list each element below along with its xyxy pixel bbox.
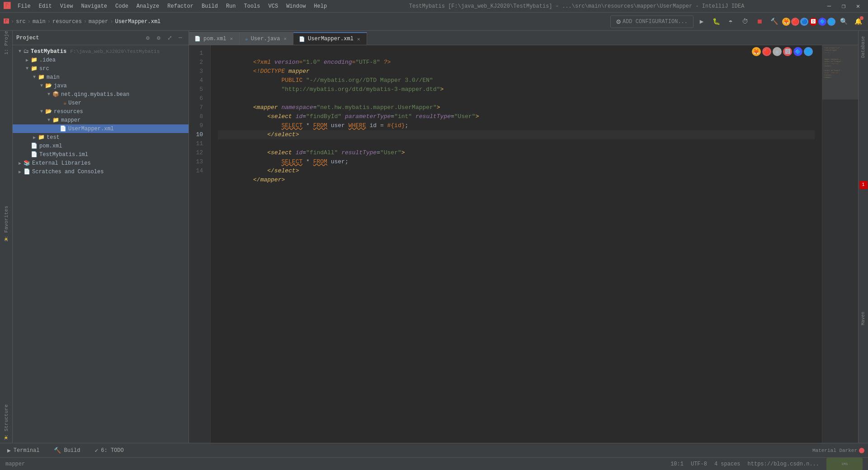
minimap[interactable]: <?xml version="1.0"... <!DOCTYPE mapper …	[822, 45, 858, 443]
tab-usermapper-xml[interactable]: 📄 UserMapper.xml ✕	[293, 32, 367, 45]
add-configuration-button[interactable]: ⚙ ADD CONFIGURATION...	[610, 15, 693, 28]
breadcrumb-main[interactable]: main	[33, 19, 46, 25]
database-tab[interactable]: Database	[860, 34, 867, 60]
coverage-button[interactable]: ☂	[724, 15, 737, 28]
tree-item-usermapper-xml[interactable]: ▶ 📄 UserMapper.xml	[13, 124, 189, 133]
menu-view[interactable]: View	[57, 2, 77, 10]
status-position[interactable]: 10:1	[670, 461, 684, 467]
browser-toolbar-icons: 🦊 🔴 ◉ 🅾 🔷 🌐	[752, 47, 813, 56]
tab-pom-xml[interactable]: 📄 pom.xml ✕	[189, 32, 240, 45]
favorites-panel-button[interactable]: 2: Favorites	[1, 218, 12, 229]
editor-firefox-icon[interactable]: 🦊	[752, 47, 761, 56]
browser-edge[interactable]: 🔷	[818, 18, 826, 26]
menu-vcs[interactable]: VCS	[265, 2, 282, 10]
tree-item-src[interactable]: ▼ 📁 src	[13, 64, 189, 73]
tree-item-main[interactable]: ▼ 📁 main	[13, 73, 189, 81]
menu-run[interactable]: Run	[222, 2, 240, 10]
minimap-content: <?xml version="1.0"... <!DOCTYPE mapper …	[822, 45, 858, 443]
maven-tab[interactable]: Maven	[860, 310, 867, 327]
terminal-tab[interactable]: ▶ Terminal	[4, 445, 43, 456]
menu-analyze[interactable]: Analyze	[133, 2, 163, 10]
build-tab[interactable]: 🔨 Build	[50, 445, 84, 456]
browser-opera[interactable]: 🅾	[809, 18, 817, 26]
editor-opera-icon[interactable]: 🅾	[783, 47, 792, 56]
breadcrumb-src[interactable]: src	[16, 19, 26, 25]
menu-build[interactable]: Build	[198, 2, 222, 10]
notifications-button[interactable]: 🔔	[852, 15, 864, 28]
tree-item-user-java[interactable]: ▶ ☕ User	[13, 99, 189, 107]
tree-item-scratches[interactable]: ▶ 📄 Scratches and Consoles	[13, 167, 189, 176]
gear-icon[interactable]: ⚙	[154, 33, 163, 43]
editor-ie-icon[interactable]: 🌐	[804, 47, 813, 56]
tree-item-resources[interactable]: ▼ 📂 resources	[13, 107, 189, 116]
menu-tools[interactable]: Tools	[241, 2, 264, 10]
close-button[interactable]: ✕	[852, 2, 864, 11]
rt2-space	[338, 149, 341, 156]
build-button[interactable]: 🔨	[768, 15, 780, 28]
editor-edge-icon[interactable]: 🔷	[793, 47, 802, 56]
folder-icon-testmybatis: 🗂	[24, 48, 29, 55]
menu-edit[interactable]: Edit	[35, 2, 56, 10]
tree-item-package[interactable]: ▼ 📦 net.qing.mybatis.bean	[13, 90, 189, 99]
browser-ie[interactable]: 🌐	[827, 18, 835, 26]
editor-chrome-icon[interactable]: 🔴	[762, 47, 771, 56]
status-path[interactable]: mapper	[5, 461, 25, 467]
debug-button[interactable]: 🐛	[710, 15, 722, 28]
branch-status[interactable]: Material Darker	[812, 448, 857, 453]
tree-item-java[interactable]: ▼ 📂 java	[13, 81, 189, 90]
browser-chrome[interactable]: 🔴	[791, 18, 799, 26]
toolbar: 🅿 › src › main › resources › mapper › Us…	[0, 13, 868, 31]
tree-item-idea[interactable]: ▶ 📁 .idea	[13, 56, 189, 64]
browser-icons: 🦊 🔴 🔵 🅾 🔷 🌐	[782, 18, 835, 26]
menu-help[interactable]: Help	[310, 2, 330, 10]
browser-safari[interactable]: 🔵	[800, 18, 808, 26]
breadcrumb-mapper[interactable]: mapper	[89, 19, 108, 25]
sync-icon[interactable]: ⚙	[143, 33, 152, 43]
tree-item-pom[interactable]: ▶ 📄 pom.xml	[13, 142, 189, 150]
rt-space	[412, 113, 415, 120]
status-url[interactable]: https://blog.csdn.n...	[748, 461, 819, 467]
maximize-button[interactable]: ❐	[837, 2, 850, 11]
xml-encoding-val: "UTF-8"	[355, 59, 380, 66]
tree-item-test[interactable]: ▶ 📁 test	[13, 133, 189, 142]
menu-navigate[interactable]: Navigate	[77, 2, 111, 10]
rt2-eq: =	[377, 149, 380, 156]
todo-tab[interactable]: ✓ 6: TODO	[91, 445, 127, 456]
tab-user-close[interactable]: ✕	[283, 36, 288, 42]
tree-item-testmybatis[interactable]: ▼ 🗂 TestMybatis F:\java_web_KJ2020\TestM…	[13, 47, 189, 56]
tree-item-mapper-folder[interactable]: ▼ 📁 mapper	[13, 116, 189, 124]
status-indent[interactable]: 4 spaces	[714, 461, 741, 467]
structure-panel-button[interactable]: 7: Structure	[1, 417, 12, 428]
indent-7	[253, 113, 267, 120]
tab-pom-close[interactable]: ✕	[229, 36, 234, 42]
profile-button[interactable]: ⏱	[739, 15, 751, 28]
tree-item-external-libs[interactable]: ▶ 📚 External Libraries	[13, 159, 189, 167]
run-button[interactable]: ▶	[695, 15, 708, 28]
breadcrumb-resources[interactable]: resources	[52, 19, 82, 25]
menu-file[interactable]: File	[14, 2, 34, 10]
status-encoding[interactable]: UTF-8	[691, 461, 707, 467]
stop-button[interactable]: ⏹	[753, 15, 766, 28]
star-sym: *	[302, 122, 313, 129]
error-indicator[interactable]: 1	[859, 181, 868, 189]
tree-label-pom: pom.xml	[39, 143, 62, 149]
tab-usermapper-close[interactable]: ✕	[356, 36, 361, 42]
browser-firefox[interactable]: 🦊	[782, 18, 790, 26]
tree-item-iml[interactable]: ▶ 📄 TestMybatis.iml	[13, 150, 189, 159]
line-num-12: 12	[189, 148, 207, 157]
code-editor[interactable]: <?xml version="1.0" encoding="UTF-8" ?> …	[211, 45, 822, 443]
expand-icon[interactable]: ⤢	[165, 33, 174, 43]
folder-icon-src: 📁	[31, 65, 38, 72]
breadcrumb-file[interactable]: UserMapper.xml	[115, 19, 160, 25]
terminal-label: Terminal	[14, 447, 40, 454]
menu-refactor[interactable]: Refactor	[164, 2, 197, 10]
search-everywhere-button[interactable]: 🔍	[837, 15, 850, 28]
menu-code[interactable]: Code	[112, 2, 132, 10]
menu-window[interactable]: Window	[283, 2, 309, 10]
minimize-panel-icon[interactable]: ─	[176, 33, 185, 43]
table2-name: user	[327, 158, 345, 165]
tab-user-java[interactable]: ☕ User.java ✕	[240, 32, 293, 45]
editor-safari-icon[interactable]: ◉	[773, 47, 782, 56]
project-panel-button[interactable]: 1: Project	[1, 34, 12, 45]
minimize-button[interactable]: ─	[823, 2, 835, 11]
